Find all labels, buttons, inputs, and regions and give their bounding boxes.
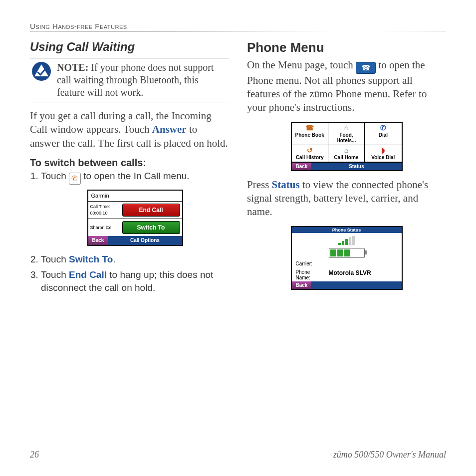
two-column-layout: Using Call Waiting NOTE: If your phone d… [30,40,446,299]
ss1-call-time-label: Call Time: [90,204,118,210]
text-fragment: Press [247,179,272,191]
text-fragment: Touch [41,254,69,264]
text-fragment: . [113,254,115,264]
ss2-voice-dial-button[interactable]: ◗Voice Dial [365,145,401,162]
ss1-footer: Back Call Options [88,236,182,245]
phone-name-row: Phone Name: Motorola SLVR [296,269,398,280]
note-block: NOTE: If your phone does not support cal… [30,58,229,102]
carrier-label: Carrier: [296,261,326,266]
ss2-status-button[interactable]: Status [311,163,401,170]
ss1-switch-to-button[interactable]: Switch To [122,221,180,234]
ss1-call-time-value: 00:00:10 [90,210,118,216]
ss2-food-hotels-button[interactable]: ⌂Food, Hotels... [328,123,365,145]
status-paragraph: Press Status to view the connected phone… [247,178,446,219]
ss3-back-button[interactable]: Back [292,281,312,289]
screenshot-in-call-menu: Garmin Call Time: 00:00:10 End Call Shar… [87,190,183,246]
phone-name-value: Motorola SLVR [329,269,371,280]
phone-menu-icon: ☎ [356,62,376,74]
text-fragment: Touch [41,171,69,181]
ss2-footer: Back Status [292,163,402,170]
call-home-icon: ⌂ [344,147,348,154]
ss2-call-history-button[interactable]: ↺Call History [292,145,328,162]
note-label: NOTE: [57,62,88,73]
ss3-title: Phone Status [292,227,402,233]
left-column: Using Call Waiting NOTE: If your phone d… [30,40,229,299]
ss3-footer: Back [292,281,402,289]
voice-dial-icon: ◗ [381,147,385,154]
ss2-label: Phone Book [295,132,324,138]
text-fragment: to open the In Call menu. [83,171,189,181]
subheading-switch-calls: To switch between calls: [30,157,229,169]
ss2-label: Food, Hotels... [329,132,363,143]
keyword-answer: Answer [152,123,187,135]
battery-level-icon [329,248,365,258]
section-using-call-waiting: Using Call Waiting [30,40,229,54]
in-call-icon: ✆ [69,173,81,185]
note-icon [31,61,52,81]
steps-list: Touch ✆ to open the In Call menu. Garmin… [30,170,229,294]
ss1-end-call-button[interactable]: End Call [122,204,180,217]
step-1: Touch ✆ to open the In Call menu. Garmin… [41,170,229,246]
phone-book-icon: ☎ [305,124,314,131]
manual-title: zūmo 500/550 Owner's Manual [333,450,446,460]
ss3-footer-spacer [311,281,401,289]
keyword-status: Status [272,179,300,191]
page-number: 26 [30,450,39,460]
right-column: Phone Menu On the Menu page, touch ☎ to … [247,40,446,299]
text-fragment: Touch [41,269,69,280]
screenshot-phone-menu: ☎Phone Book ⌂Food, Hotels... ✆Dial ↺Call… [291,122,403,171]
ss1-call-time: Call Time: 00:00:10 [88,202,120,219]
section-phone-menu: Phone Menu [247,40,446,55]
page-footer: 26 zūmo 500/550 Owner's Manual [30,450,446,460]
keyword-end-call: End Call [69,269,107,280]
ss1-call-options-button[interactable]: Call Options [108,236,182,245]
running-header: Using Hands-free Features [30,22,446,32]
keyword-switch-to: Switch To [69,254,113,264]
ss2-back-button[interactable]: Back [292,163,312,170]
carrier-row: Carrier: [296,261,398,266]
ss1-contact: Sharon Cell [88,219,120,236]
call-waiting-paragraph: If you get a call during a call, the Inc… [30,109,229,150]
signal-strength-icon [338,236,355,245]
step-3: Touch End Call to hang up; this does not… [41,268,229,294]
phone-name-label: Phone Name: [296,269,326,280]
text-fragment: On the Menu page, touch [247,59,356,71]
ss2-label: Dial [379,132,388,138]
dial-icon: ✆ [380,124,386,131]
ss1-back-button[interactable]: Back [88,236,108,245]
ss2-label: Voice Dial [371,155,395,160]
food-hotels-icon: ⌂ [344,124,348,131]
call-history-icon: ↺ [307,147,313,154]
ss2-call-home-button[interactable]: ⌂Call Home [328,145,365,162]
screenshot-phone-status: Phone Status Carrier: Phone Name: [291,226,403,290]
phone-menu-paragraph: On the Menu page, touch ☎ to open the Ph… [247,58,446,115]
ss1-brand: Garmin [88,191,120,201]
ss2-phone-book-button[interactable]: ☎Phone Book [292,123,328,145]
note-text: NOTE: If your phone does not support cal… [57,61,228,99]
ss2-label: Call Home [334,155,359,160]
step-2: Touch Switch To. [41,253,229,266]
ss2-dial-button[interactable]: ✆Dial [365,123,401,145]
ss2-label: Call History [296,155,324,160]
